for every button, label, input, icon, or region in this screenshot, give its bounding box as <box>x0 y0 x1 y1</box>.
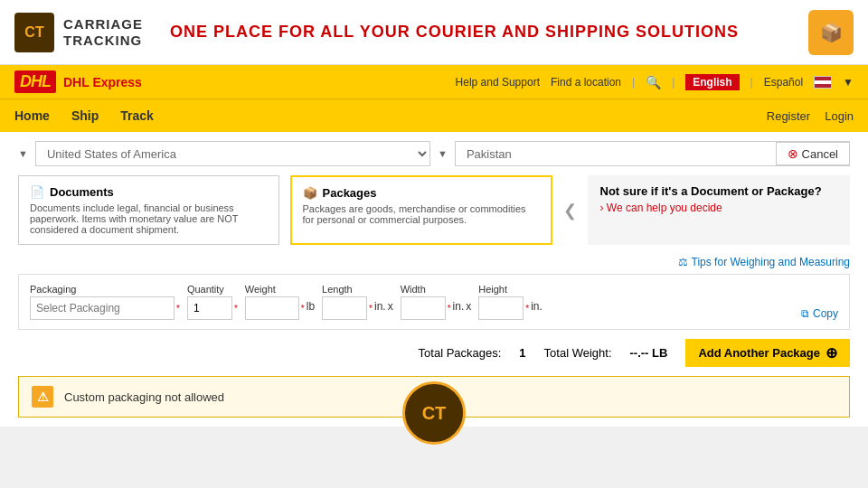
quantity-field: Quantity * <box>187 284 238 320</box>
document-icon: 📄 <box>30 185 44 199</box>
width-input[interactable] <box>401 296 446 320</box>
country-from-select[interactable]: United States of America <box>35 141 430 166</box>
dhl-nav: DHL DHL Express Help and Support Find a … <box>0 65 868 132</box>
packaging-input[interactable] <box>30 296 175 320</box>
cancel-x-icon: ⊗ <box>788 146 798 161</box>
package-form: Packaging * Quantity * Weight <box>18 274 850 330</box>
main-content: ▼ United States of America ▼ Pakistan ⊗ … <box>0 132 868 427</box>
type-help: Not sure if it's a Document or Package? … <box>588 175 851 245</box>
collapse-arrow[interactable]: ❮ <box>563 175 577 245</box>
form-row: Packaging * Quantity * Weight <box>30 284 838 320</box>
box-icon: 📦 <box>808 10 854 55</box>
documents-desc: Documents include legal, financial or bu… <box>30 202 268 235</box>
total-packages-value: 1 <box>519 346 525 360</box>
copy-icon: ⧉ <box>801 307 809 320</box>
dhl-menu-bar: Home Ship Track Register Login <box>0 99 868 132</box>
espanol-lang-link[interactable]: Español <box>764 76 803 89</box>
length-input[interactable] <box>322 296 367 320</box>
dhl-menu-right: Register Login <box>767 109 854 123</box>
help-support-link[interactable]: Help and Support <box>456 76 540 89</box>
country-row: ▼ United States of America ▼ Pakistan ⊗ … <box>18 141 850 166</box>
dhl-logo-area: DHL DHL Express <box>14 70 142 93</box>
help-decide-link[interactable]: › We can help you decide <box>600 202 838 214</box>
ct-logo: CT <box>14 13 54 52</box>
tips-link[interactable]: ⚖ Tips for Weighing and Measuring <box>18 256 850 268</box>
packages-card[interactable]: 📦 Packages Packages are goods, merchandi… <box>290 175 552 245</box>
packages-desc: Packages are goods, merchandise or commo… <box>303 203 540 225</box>
dhl-express-text: DHL Express <box>63 75 142 89</box>
dhl-nav-right: Help and Support Find a location | 🔍 | E… <box>456 74 854 90</box>
dhl-logo: DHL <box>14 70 56 93</box>
totals-row: Total Packages: 1 Total Weight: --.-- LB… <box>18 339 850 367</box>
weighing-icon: ⚖ <box>678 256 688 268</box>
quantity-input[interactable] <box>187 296 232 320</box>
plus-icon: ⊕ <box>826 344 837 361</box>
packaging-field: Packaging * <box>30 284 180 320</box>
weight-field: Weight * lb <box>245 284 315 320</box>
total-weight-value: --.-- LB <box>630 346 668 360</box>
package-icon: 📦 <box>303 186 317 200</box>
documents-card[interactable]: 📄 Documents Documents include legal, fin… <box>18 175 279 245</box>
type-section: 📄 Documents Documents include legal, fin… <box>18 175 850 245</box>
login-link[interactable]: Login <box>825 109 854 123</box>
height-input[interactable] <box>478 296 524 320</box>
dropdown-arrow-icon[interactable]: ▼ <box>843 76 854 89</box>
register-link[interactable]: Register <box>767 109 810 123</box>
top-header: CT CARRIAGE TRACKING ONE PLACE FOR ALL Y… <box>0 0 868 65</box>
copy-link[interactable]: ⧉ Copy <box>801 289 838 320</box>
ct-watermark: CT <box>402 381 466 445</box>
dhl-top-bar: DHL DHL Express Help and Support Find a … <box>0 65 868 99</box>
height-field: Height * in. <box>478 284 542 320</box>
length-field: Length * in. x <box>322 284 393 320</box>
warning-icon: ⚠ <box>32 386 53 408</box>
search-icon[interactable]: 🔍 <box>646 75 661 89</box>
logo-area: CT CARRIAGE TRACKING <box>14 13 143 52</box>
cancel-button[interactable]: ⊗ Cancel <box>776 142 850 165</box>
flag-icon <box>814 76 832 89</box>
width-field: Width * in. x <box>401 284 472 320</box>
find-location-link[interactable]: Find a location <box>551 76 621 89</box>
brand-name: CARRIAGE TRACKING <box>63 16 143 49</box>
warning-text: Custom packaging not allowed <box>64 390 224 404</box>
menu-ship[interactable]: Ship <box>71 105 99 127</box>
english-lang-button[interactable]: English <box>685 74 739 90</box>
menu-home[interactable]: Home <box>14 105 50 127</box>
tagline: ONE PLACE FOR ALL YOUR COURIER AND SHIPP… <box>170 23 739 42</box>
weight-input[interactable] <box>245 296 299 320</box>
total-packages-label: Total Packages: <box>419 346 502 360</box>
menu-track[interactable]: Track <box>120 105 154 127</box>
add-package-button[interactable]: Add Another Package ⊕ <box>685 339 850 367</box>
total-weight-label: Total Weight: <box>544 346 612 360</box>
